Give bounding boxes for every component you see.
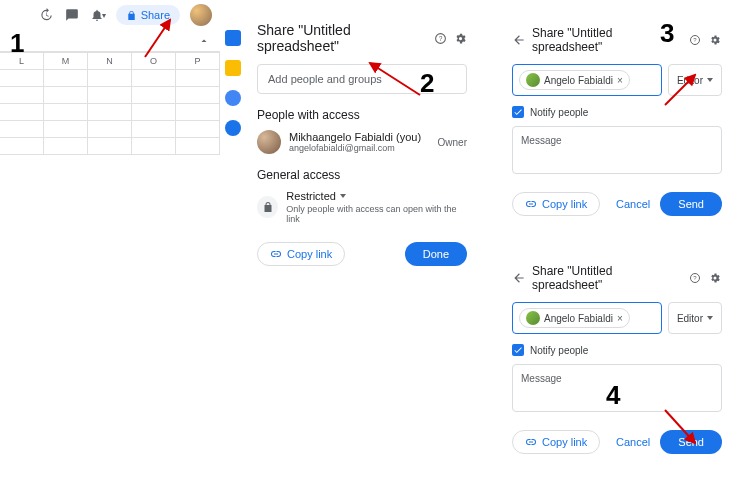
people-chip-input[interactable]: Angelo Fabialdi × — [512, 64, 662, 96]
contacts-icon[interactable] — [225, 120, 241, 136]
role-dropdown[interactable]: Editor — [668, 302, 722, 334]
add-people-input[interactable]: Add people and groups — [257, 64, 467, 94]
send-button[interactable]: Send — [660, 430, 722, 454]
gear-icon[interactable] — [708, 33, 722, 47]
svg-text:?: ? — [693, 275, 697, 281]
share-button-label: Share — [141, 9, 170, 21]
cell[interactable] — [176, 138, 220, 154]
calendar-icon[interactable] — [225, 30, 241, 46]
notify-checkbox[interactable] — [512, 344, 524, 356]
lock-icon — [126, 10, 137, 21]
cell[interactable] — [44, 87, 88, 103]
cell[interactable] — [44, 138, 88, 154]
restricted-label: Restricted — [286, 190, 336, 202]
copy-link-button[interactable]: Copy link — [512, 430, 600, 454]
chip-remove-icon[interactable]: × — [617, 313, 623, 324]
cell[interactable] — [0, 87, 44, 103]
share-dialog-initial: Share "Untitled spreadsheet" ? Add peopl… — [257, 16, 467, 266]
cell[interactable] — [176, 70, 220, 86]
owner-label: Owner — [438, 137, 467, 148]
done-button[interactable]: Done — [405, 242, 467, 266]
step-3-label: 3 — [660, 18, 674, 49]
cell[interactable] — [176, 87, 220, 103]
people-chip-input[interactable]: Angelo Fabialdi × — [512, 302, 662, 334]
cell[interactable] — [44, 121, 88, 137]
send-button[interactable]: Send — [660, 192, 722, 216]
cell[interactable] — [88, 104, 132, 120]
cell[interactable] — [132, 138, 176, 154]
cell[interactable] — [0, 138, 44, 154]
cell[interactable] — [132, 104, 176, 120]
person-row: Mikhaangelo Fabialdi (you) angelofabiald… — [257, 130, 467, 154]
cell[interactable] — [176, 121, 220, 137]
comment-icon[interactable] — [64, 7, 80, 23]
share-dialog-send: Share "Untitled spreadsheet" ? Angelo Fa… — [512, 258, 722, 454]
cell[interactable] — [88, 121, 132, 137]
notify-row[interactable]: Notify people — [512, 344, 722, 356]
keep-icon[interactable] — [225, 60, 241, 76]
cell[interactable] — [132, 70, 176, 86]
general-access-row[interactable]: Restricted Only people with access can o… — [257, 190, 467, 224]
role-dropdown[interactable]: Editor — [668, 64, 722, 96]
help-icon[interactable]: ? — [688, 33, 702, 47]
col-header[interactable]: M — [44, 53, 88, 69]
grid-rows — [0, 70, 220, 155]
cancel-button[interactable]: Cancel — [616, 198, 650, 210]
notify-checkbox[interactable] — [512, 106, 524, 118]
col-header[interactable]: N — [88, 53, 132, 69]
cell[interactable] — [88, 138, 132, 154]
cell[interactable] — [88, 87, 132, 103]
cell[interactable] — [0, 104, 44, 120]
back-icon[interactable] — [512, 271, 526, 285]
message-input[interactable]: Message — [512, 126, 722, 174]
cell[interactable] — [176, 104, 220, 120]
cell[interactable] — [132, 87, 176, 103]
side-panel — [220, 0, 246, 136]
share-dialog-person-added: Share "Untitled spreadsheet" ? Angelo Fa… — [512, 20, 722, 216]
svg-text:?: ? — [693, 37, 697, 43]
back-icon[interactable] — [512, 33, 526, 47]
col-header[interactable]: O — [132, 53, 176, 69]
copy-link-button[interactable]: Copy link — [257, 242, 345, 266]
copy-link-label: Copy link — [542, 198, 587, 210]
person-chip[interactable]: Angelo Fabialdi × — [519, 308, 630, 328]
step-4-label: 4 — [606, 380, 620, 411]
chip-avatar — [526, 311, 540, 325]
cell[interactable] — [0, 121, 44, 137]
bell-icon[interactable]: ▾ — [90, 7, 106, 23]
share-button[interactable]: Share — [116, 5, 180, 25]
link-icon — [525, 436, 537, 448]
help-icon[interactable]: ? — [433, 31, 447, 45]
cell[interactable] — [132, 121, 176, 137]
link-icon — [525, 198, 537, 210]
chevron-up-icon[interactable] — [198, 35, 210, 47]
history-icon[interactable] — [38, 7, 54, 23]
cell[interactable] — [0, 70, 44, 86]
add-people-placeholder: Add people and groups — [268, 73, 382, 85]
secondary-toolbar — [0, 30, 220, 52]
gear-icon[interactable] — [708, 271, 722, 285]
tasks-icon[interactable] — [225, 90, 241, 106]
notify-label: Notify people — [530, 345, 588, 356]
chip-remove-icon[interactable]: × — [617, 75, 623, 86]
notify-row[interactable]: Notify people — [512, 106, 722, 118]
person-chip[interactable]: Angelo Fabialdi × — [519, 70, 630, 90]
cell[interactable] — [44, 70, 88, 86]
chevron-down-icon — [340, 194, 346, 198]
chevron-down-icon — [707, 78, 713, 82]
account-avatar[interactable] — [190, 4, 212, 26]
person-email: angelofabialdi@gmail.com — [289, 143, 421, 153]
cell[interactable] — [44, 104, 88, 120]
gear-icon[interactable] — [453, 31, 467, 45]
cell[interactable] — [88, 70, 132, 86]
help-icon[interactable]: ? — [688, 271, 702, 285]
people-heading: People with access — [257, 108, 467, 122]
col-header[interactable]: P — [176, 53, 220, 69]
cancel-button[interactable]: Cancel — [616, 436, 650, 448]
copy-link-button[interactable]: Copy link — [512, 192, 600, 216]
role-label: Editor — [677, 75, 703, 86]
spreadsheet-snippet: ▾ Share L M N O P — [0, 0, 220, 155]
chip-name: Angelo Fabialdi — [544, 313, 613, 324]
message-placeholder: Message — [521, 373, 562, 384]
chip-avatar — [526, 73, 540, 87]
